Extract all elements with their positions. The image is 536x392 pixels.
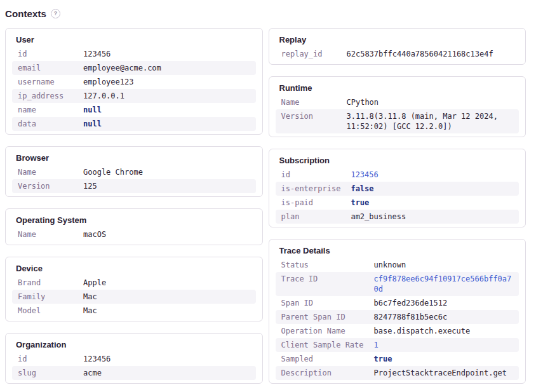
context-row-data: datanull [12, 117, 256, 131]
context-value: 123456 [345, 168, 519, 182]
context-row-name: NamemacOS [12, 227, 256, 241]
context-key: slug [12, 366, 78, 380]
context-card-runtime: RuntimeNameCPythonVersion3.11.8(3.11.8 (… [269, 76, 526, 137]
context-card-operating-system: Operating SystemNamemacOS [5, 208, 263, 245]
context-value: macOS [78, 227, 256, 241]
context-value: ProjectStacktraceEndpoint.get [369, 366, 519, 380]
context-key: Parent Span ID [276, 310, 369, 324]
context-row-id: id123456 [12, 352, 256, 366]
context-card-device: DeviceBrandAppleFamilyMacModelMac [5, 257, 263, 321]
context-value: null [78, 103, 256, 117]
context-value: 125 [78, 179, 256, 193]
context-row-description: DescriptionProjectStacktraceEndpoint.get [276, 366, 519, 380]
context-value: Google Chrome [78, 165, 256, 179]
context-value: am2_business [345, 210, 519, 224]
context-value: 62c5837bffc440a78560421168c13e4f [342, 47, 519, 61]
key-value-table: BrandAppleFamilyMacModelMac [12, 276, 256, 318]
context-row-client-sample-rate: Client Sample Rate1 [276, 338, 519, 352]
key-value-table: replay_id62c5837bffc440a78560421168c13e4… [276, 47, 519, 61]
context-key: Description [276, 366, 369, 380]
context-key: Family [12, 290, 78, 304]
context-value: 123456 [78, 352, 256, 366]
card-title: Replay [279, 34, 519, 45]
context-row-version: Version3.11.8(3.11.8 (main, Mar 12 2024,… [276, 109, 519, 133]
context-row-status: Statusunknown [276, 258, 519, 272]
context-key: Trace ID [276, 272, 369, 296]
context-row-name: NameGoogle Chrome [12, 165, 256, 179]
context-row-ip-address: ip_address127.0.0.1 [12, 89, 256, 103]
context-key: plan [276, 210, 346, 224]
context-key: Sampled [276, 352, 369, 366]
context-card-organization: Organizationid123456slugacme [5, 333, 263, 384]
context-key: Version [276, 109, 342, 133]
context-columns: Userid123456emailemployee@acme.comuserna… [5, 28, 526, 392]
context-key: data [12, 117, 78, 131]
context-value: true [369, 352, 519, 366]
context-row-is-enterprise: is-enterprisefalse [276, 182, 519, 196]
context-row-is-paid: is-paidtrue [276, 196, 519, 210]
context-value: 127.0.0.1 [78, 89, 256, 103]
context-value: Mac [78, 290, 256, 304]
card-title: Operating System [16, 215, 256, 226]
context-row-plan: planam2_business [276, 210, 519, 224]
context-row-email: emailemployee@acme.com [12, 61, 256, 75]
context-key: Client Sample Rate [276, 338, 369, 352]
page-header: Contexts ? [5, 8, 526, 20]
context-row-parent-span-id: Parent Span ID8247788f81b5ec6c [276, 310, 519, 324]
context-value: 3.11.8(3.11.8 (main, Mar 12 2024, 11:52:… [342, 109, 519, 133]
context-row-id: id123456 [276, 168, 519, 182]
contexts-page: Contexts ? Userid123456emailemployee@acm… [0, 0, 536, 392]
context-column-left: Userid123456emailemployee@acme.comuserna… [5, 28, 263, 392]
context-row-model: ModelMac [12, 304, 256, 318]
card-title: User [16, 34, 256, 45]
context-key: Model [12, 304, 78, 318]
page-title: Contexts [5, 8, 46, 20]
key-value-table: NamemacOS [12, 227, 256, 241]
context-row-version: Version125 [12, 179, 256, 193]
context-value-link[interactable]: cf9f878ee6c94f10917ce566bff0a70d [369, 272, 519, 296]
context-key: Version [12, 179, 78, 193]
context-value: 1 [369, 338, 519, 352]
context-key: name [12, 103, 78, 117]
key-value-table: StatusunknownTrace IDcf9f878ee6c94f10917… [276, 258, 519, 380]
card-title: Browser [16, 152, 256, 163]
context-value: employee@acme.com [78, 61, 256, 75]
context-row-username: usernameemployee123 [12, 75, 256, 89]
context-card-replay: Replayreplay_id62c5837bffc440a7856042116… [269, 28, 526, 65]
context-key: Name [276, 95, 342, 109]
context-key: replay_id [276, 47, 342, 61]
context-value: unknown [369, 258, 519, 272]
context-key: id [12, 352, 78, 366]
key-value-table: NameGoogle ChromeVersion125 [12, 165, 256, 193]
context-value: base.dispatch.execute [369, 324, 519, 338]
context-key: Name [12, 227, 78, 241]
context-row-slug: slugacme [12, 366, 256, 380]
context-value: false [345, 182, 519, 196]
context-row-sampled: Sampledtrue [276, 352, 519, 366]
question-circle-icon[interactable]: ? [51, 9, 60, 18]
card-title: Device [16, 263, 256, 274]
context-row-name: NameCPython [276, 95, 519, 109]
card-title: Trace Details [279, 245, 519, 256]
context-value: 123456 [78, 47, 256, 61]
context-card-trace-details: Trace DetailsStatusunknownTrace IDcf9f87… [269, 239, 526, 384]
context-key: is-enterprise [276, 182, 346, 196]
context-value: Apple [78, 276, 256, 290]
key-value-table: id123456slugacme [12, 352, 256, 380]
context-card-subscription: Subscriptionid123456is-enterprisefalseis… [269, 149, 526, 227]
card-title: Runtime [279, 83, 519, 93]
context-row-replay-id: replay_id62c5837bffc440a78560421168c13e4… [276, 47, 519, 61]
context-value: null [78, 117, 256, 131]
context-row-name: namenull [12, 103, 256, 117]
context-key: email [12, 61, 78, 75]
context-key: Status [276, 258, 369, 272]
context-row-span-id: Span IDb6c7fed236de1512 [276, 296, 519, 310]
card-title: Organization [16, 339, 256, 350]
context-value: b6c7fed236de1512 [369, 296, 519, 310]
context-key: Operation Name [276, 324, 369, 338]
context-key: is-paid [276, 196, 346, 210]
context-key: Name [12, 165, 78, 179]
key-value-table: NameCPythonVersion3.11.8(3.11.8 (main, M… [276, 95, 519, 133]
context-row-id: id123456 [12, 47, 256, 61]
context-row-trace-id: Trace IDcf9f878ee6c94f10917ce566bff0a70d [276, 272, 519, 296]
